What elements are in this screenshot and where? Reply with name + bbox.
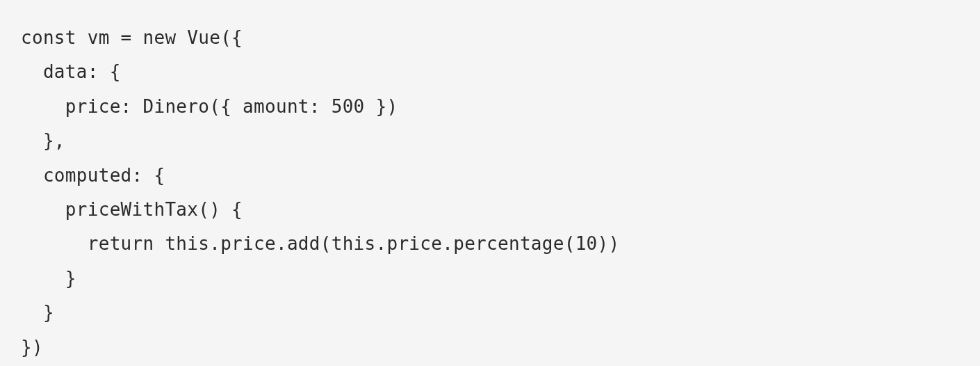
code-line: }	[21, 268, 76, 289]
code-line: return this.price.add(this.price.percent…	[21, 233, 619, 254]
code-line: computed: {	[21, 165, 165, 186]
code-block: const vm = new Vue({ data: { price: Dine…	[0, 0, 640, 366]
code-line: data: {	[21, 61, 121, 82]
code-line: price: Dinero({ amount: 500 })	[21, 96, 398, 117]
code-line: }	[21, 302, 54, 323]
code-line: const vm = new Vue({	[21, 27, 243, 48]
code-line: })	[21, 337, 43, 358]
code-line: priceWithTax() {	[21, 199, 243, 220]
code-line: },	[21, 130, 65, 151]
